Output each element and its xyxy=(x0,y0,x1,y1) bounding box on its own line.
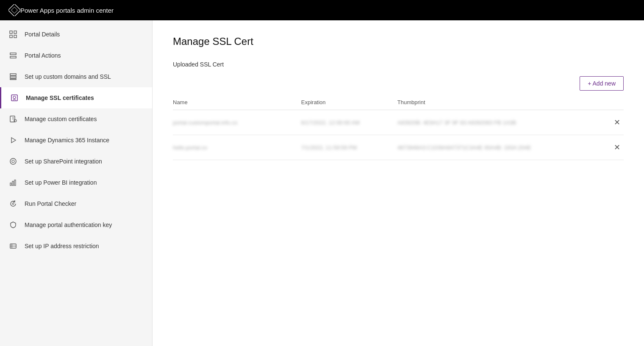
sidebar-label-portal-details: Portal Details xyxy=(25,30,60,38)
sidebar-label-power-bi: Set up Power BI integration xyxy=(25,179,97,186)
sidebar-label-ip-restriction: Set up IP address restriction xyxy=(25,242,99,250)
svg-rect-7 xyxy=(10,56,16,58)
sharepoint-icon xyxy=(8,157,18,166)
section-title: Uploaded SSL Cert xyxy=(173,61,624,68)
sidebar-item-manage-dynamics[interactable]: Manage Dynamics 365 Instance xyxy=(0,130,152,151)
svg-rect-18 xyxy=(10,183,11,185)
row-2-thumbprint: 4873948A3:C1039A847371C3A4E 93A4B: 193A:… xyxy=(397,144,590,151)
main-content: Manage SSL Cert Uploaded SSL Cert + Add … xyxy=(153,20,644,346)
sidebar-label-manage-ssl-certs: Manage SSL certificates xyxy=(26,94,94,102)
svg-rect-1 xyxy=(11,7,18,14)
sidebar-label-manage-custom-certs: Manage custom certificates xyxy=(25,115,97,123)
layers-icon xyxy=(8,51,18,60)
row-2-delete-button[interactable]: ✕ xyxy=(611,141,624,154)
sidebar-label-portal-checker: Run Portal Checker xyxy=(25,200,76,208)
svg-rect-19 xyxy=(12,181,14,185)
row-1-thumbprint: A83920B: 4E9A17 3F 9F 83 A8392083 FB 1A3… xyxy=(397,119,590,126)
table-header: Name Expiration Thumbprint xyxy=(173,95,624,110)
row-1-name: portal.customportal.info.co xyxy=(173,119,301,126)
sidebar-item-power-bi[interactable]: Set up Power BI integration xyxy=(0,172,152,193)
sidebar-item-ip-restriction[interactable]: Set up IP address restriction xyxy=(0,235,152,257)
sidebar-item-manage-ssl-certs[interactable]: Manage SSL certificates xyxy=(0,87,152,108)
stack-icon xyxy=(8,72,18,81)
sidebar-item-manage-custom-certs[interactable]: Manage custom certificates xyxy=(0,108,152,130)
svg-rect-4 xyxy=(10,35,12,38)
page-title: Manage SSL Cert xyxy=(173,36,624,47)
svg-point-12 xyxy=(13,96,16,99)
row-1-expiration: 6/17/2022, 12:00:00 AM xyxy=(301,119,397,126)
svg-point-14 xyxy=(14,119,17,122)
sidebar-label-auth-key: Manage portal authentication key xyxy=(25,221,112,229)
svg-rect-11 xyxy=(11,95,17,101)
svg-marker-15 xyxy=(11,138,16,143)
sidebar-label-portal-actions: Portal Actions xyxy=(25,52,61,59)
row-2-name: hello.portal.co xyxy=(173,144,301,151)
custom-cert-icon xyxy=(8,114,18,124)
col-header-expiration: Expiration xyxy=(301,99,397,105)
bar-chart-icon xyxy=(8,178,18,187)
svg-rect-3 xyxy=(14,31,17,33)
svg-point-16 xyxy=(10,158,16,164)
svg-rect-20 xyxy=(14,180,16,185)
cert-icon xyxy=(10,93,19,102)
sidebar-item-custom-domains[interactable]: Set up custom domains and SSL xyxy=(0,66,152,87)
grid-icon xyxy=(8,30,18,39)
svg-rect-0 xyxy=(8,4,20,16)
table-row: portal.customportal.info.co 6/17/2022, 1… xyxy=(173,110,624,135)
svg-rect-2 xyxy=(10,31,12,33)
table-row: hello.portal.co 7/1/2022, 11:59:59 PM 48… xyxy=(173,135,624,160)
sidebar-item-portal-checker[interactable]: Run Portal Checker xyxy=(0,193,152,214)
sidebar-item-portal-details[interactable]: Portal Details xyxy=(0,24,152,45)
row-1-delete-button[interactable]: ✕ xyxy=(611,116,624,129)
col-header-thumbprint: Thumbprint xyxy=(397,99,590,105)
svg-rect-6 xyxy=(10,53,16,55)
refresh-icon xyxy=(8,199,18,208)
svg-point-17 xyxy=(12,160,14,163)
sidebar: Portal Details Portal Actions Set up cus… xyxy=(0,20,153,346)
play-icon xyxy=(8,136,18,145)
svg-point-21 xyxy=(12,203,14,205)
svg-rect-9 xyxy=(10,76,16,78)
sidebar-label-manage-dynamics: Manage Dynamics 365 Instance xyxy=(25,136,109,144)
add-new-button[interactable]: + Add new xyxy=(580,76,624,91)
table-actions-row: + Add new xyxy=(173,76,624,91)
svg-rect-5 xyxy=(14,35,17,38)
svg-rect-8 xyxy=(10,74,16,75)
sidebar-label-custom-domains: Set up custom domains and SSL xyxy=(25,73,111,80)
row-2-expiration: 7/1/2022, 11:59:59 PM xyxy=(301,144,397,151)
sidebar-item-portal-actions[interactable]: Portal Actions xyxy=(0,45,152,66)
row-1-action: ✕ xyxy=(590,116,624,129)
topbar: Power Apps portals admin center xyxy=(0,0,644,20)
main-layout: Portal Details Portal Actions Set up cus… xyxy=(0,20,644,346)
sidebar-item-auth-key[interactable]: Manage portal authentication key xyxy=(0,214,152,235)
power-apps-logo-icon xyxy=(8,4,20,16)
shield-icon xyxy=(8,220,18,230)
sidebar-item-sharepoint[interactable]: Set up SharePoint integration xyxy=(0,151,152,172)
ip-icon xyxy=(8,241,18,251)
svg-rect-10 xyxy=(10,79,16,80)
app-title: Power Apps portals admin center xyxy=(20,7,114,14)
sidebar-label-sharepoint: Set up SharePoint integration xyxy=(25,158,102,165)
row-2-action: ✕ xyxy=(590,141,624,154)
col-header-name: Name xyxy=(173,99,301,105)
